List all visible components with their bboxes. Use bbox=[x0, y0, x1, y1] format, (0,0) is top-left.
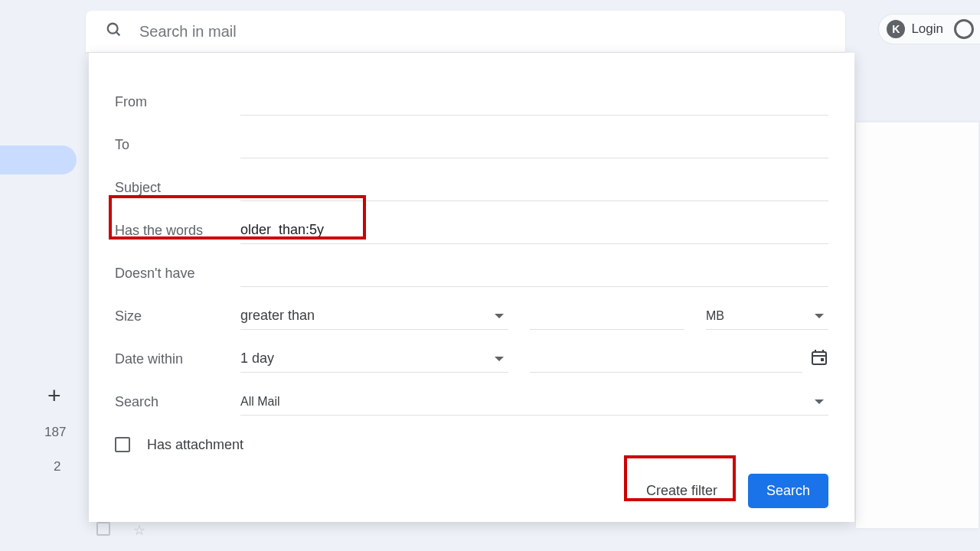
search-icon bbox=[106, 21, 122, 41]
calendar-icon[interactable] bbox=[810, 348, 828, 370]
has-words-input[interactable] bbox=[240, 222, 828, 238]
left-rail: + 187 2 bbox=[0, 0, 84, 551]
search-in-row: Search All Mail bbox=[115, 380, 828, 423]
date-within-dropdown[interactable]: 1 day bbox=[240, 345, 508, 373]
search-in-value: All Mail bbox=[240, 395, 280, 409]
size-value-input-line[interactable] bbox=[530, 302, 684, 330]
doesnt-have-label: Doesn't have bbox=[115, 266, 240, 282]
doesnt-have-input[interactable] bbox=[240, 265, 828, 281]
to-label: To bbox=[115, 137, 240, 153]
nav-selected-pill[interactable] bbox=[0, 145, 77, 174]
has-attachment-label: Has attachment bbox=[147, 437, 243, 453]
size-operator-value: greater than bbox=[240, 308, 315, 324]
has-attachment-row: Has attachment bbox=[115, 423, 828, 466]
circle-icon[interactable] bbox=[954, 19, 974, 39]
has-words-row: Has the words bbox=[115, 209, 828, 252]
subject-row: Subject bbox=[115, 166, 828, 209]
size-row: Size greater than MB bbox=[115, 295, 828, 337]
date-within-label: Date within bbox=[115, 351, 240, 367]
date-within-value: 1 day bbox=[240, 350, 274, 367]
panel-buttons: Create filter Search bbox=[115, 474, 828, 508]
doesnt-have-row: Doesn't have bbox=[115, 252, 828, 295]
compose-plus-icon[interactable]: + bbox=[47, 383, 61, 409]
subject-label: Subject bbox=[115, 180, 240, 196]
obscured-mail-row bbox=[96, 522, 862, 539]
chevron-down-icon bbox=[815, 314, 824, 318]
from-input[interactable] bbox=[240, 93, 828, 109]
search-button[interactable]: Search bbox=[748, 474, 828, 508]
svg-point-0 bbox=[108, 24, 118, 34]
advanced-search-panel: From To Subject Has the words Doesn't ha… bbox=[89, 53, 854, 522]
extension-badge-icon[interactable]: K bbox=[887, 20, 905, 38]
chevron-down-icon bbox=[495, 357, 504, 361]
size-label: Size bbox=[115, 308, 240, 324]
svg-rect-2 bbox=[812, 352, 826, 364]
svg-rect-4 bbox=[821, 358, 824, 361]
from-label: From bbox=[115, 94, 240, 110]
chevron-down-icon bbox=[495, 314, 504, 318]
search-in-label: Search bbox=[115, 394, 240, 410]
chevron-down-icon bbox=[815, 399, 824, 404]
login-link[interactable]: Login bbox=[911, 21, 943, 37]
sidebar-count-1: 187 bbox=[44, 425, 66, 440]
sidebar-count-2: 2 bbox=[54, 459, 60, 474]
content-behind bbox=[856, 122, 978, 528]
search-bar[interactable] bbox=[86, 11, 845, 52]
has-attachment-checkbox[interactable] bbox=[115, 437, 130, 452]
create-filter-button[interactable]: Create filter bbox=[628, 474, 736, 508]
date-value-input-line[interactable] bbox=[530, 345, 802, 373]
search-in-dropdown[interactable]: All Mail bbox=[240, 388, 828, 416]
size-unit-dropdown[interactable]: MB bbox=[706, 302, 828, 330]
from-row: From bbox=[115, 80, 828, 123]
top-right-controls: K Login bbox=[878, 14, 980, 44]
subject-input[interactable] bbox=[240, 179, 828, 195]
to-input[interactable] bbox=[240, 136, 828, 152]
to-row: To bbox=[115, 123, 828, 166]
size-operator-dropdown[interactable]: greater than bbox=[240, 302, 508, 330]
search-input[interactable] bbox=[139, 23, 599, 41]
has-words-label: Has the words bbox=[115, 223, 240, 239]
size-unit-value: MB bbox=[706, 309, 724, 323]
date-row: Date within 1 day bbox=[115, 337, 828, 380]
svg-line-1 bbox=[116, 32, 120, 36]
